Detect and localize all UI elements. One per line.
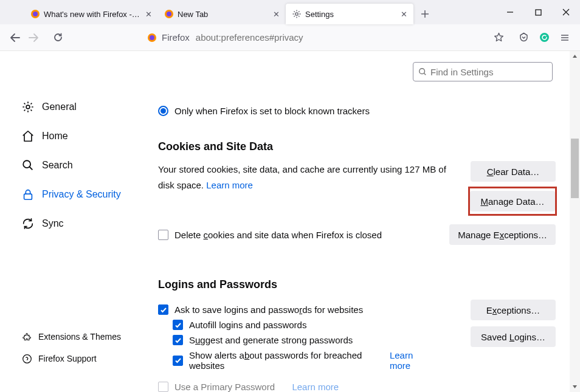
close-icon[interactable]: ✕ xyxy=(399,9,409,19)
nav-toolbar: Firefox about:preferences#privacy xyxy=(0,24,580,51)
delete-on-close-checkbox[interactable]: Delete cookies and site data when Firefo… xyxy=(158,230,382,240)
firefox-icon xyxy=(146,32,158,44)
sidebar-support[interactable]: Firefox Support xyxy=(21,349,146,368)
find-in-settings-input[interactable]: Find in Settings xyxy=(413,62,553,81)
home-icon xyxy=(21,129,35,143)
firefox-icon xyxy=(164,9,174,19)
puzzle-icon xyxy=(21,331,32,342)
sidebar-item-label: Privacy & Security xyxy=(42,189,121,200)
svg-point-8 xyxy=(540,33,549,42)
sidebar-item-home[interactable]: Home xyxy=(21,124,146,148)
svg-point-7 xyxy=(150,35,154,40)
tab-whatsnew[interactable]: What's new with Firefox - More ✕ xyxy=(24,4,158,24)
svg-point-4 xyxy=(295,13,298,15)
checkbox-checked-icon xyxy=(158,304,168,315)
svg-rect-11 xyxy=(24,194,32,199)
grammarly-icon[interactable] xyxy=(535,29,553,47)
close-icon[interactable]: ✕ xyxy=(271,9,281,19)
svg-point-9 xyxy=(26,105,30,109)
sync-icon xyxy=(21,217,35,230)
gear-icon xyxy=(21,100,35,114)
cookies-learn-more-link[interactable]: Learn more xyxy=(206,180,253,190)
url-product-label: Firefox xyxy=(162,32,190,43)
search-icon xyxy=(21,159,35,172)
app-menu-button[interactable] xyxy=(556,29,574,47)
checkbox-checked-icon xyxy=(173,320,183,330)
tab-label: New Tab xyxy=(178,10,268,19)
url-bar[interactable]: Firefox about:preferences#privacy xyxy=(146,28,303,47)
cookies-heading: Cookies and Site Data xyxy=(158,140,469,153)
checkbox-icon xyxy=(158,382,168,392)
tab-settings[interactable]: Settings ✕ xyxy=(286,4,413,24)
tab-strip: What's new with Firefox - More ✕ New Tab… xyxy=(24,4,434,24)
checkbox-icon xyxy=(158,230,168,240)
manage-data-button[interactable]: Manage Data… xyxy=(470,191,555,211)
primary-password-checkbox[interactable]: Use a Primary Password Learn more xyxy=(158,382,430,392)
tab-label: Settings xyxy=(305,10,395,19)
breach-learn-more-link[interactable]: Learn more xyxy=(390,350,430,371)
url-address: about:preferences#privacy xyxy=(196,32,303,43)
primary-learn-more-link[interactable]: Learn more xyxy=(292,382,339,392)
lock-icon xyxy=(21,188,35,201)
checkbox-checked-icon xyxy=(173,335,183,345)
clear-data-button[interactable]: Clear Data… xyxy=(471,161,556,182)
new-tab-button[interactable] xyxy=(416,5,434,23)
sidebar-item-sync[interactable]: Sync xyxy=(21,211,146,236)
svg-rect-5 xyxy=(536,10,541,15)
sidebar-item-privacy[interactable]: Privacy & Security xyxy=(21,182,146,207)
sidebar-item-label: Extensions & Themes xyxy=(38,332,121,342)
sidebar-item-label: Search xyxy=(42,160,73,171)
settings-main: Find in Settings Only when Firefox is se… xyxy=(146,51,580,392)
back-button[interactable] xyxy=(6,29,24,47)
pocket-icon[interactable] xyxy=(514,29,533,47)
sidebar-item-search[interactable]: Search xyxy=(21,153,146,177)
search-placeholder: Find in Settings xyxy=(430,67,493,77)
manage-exceptions-button[interactable]: Manage Exceptions… xyxy=(449,224,556,245)
radio-icon xyxy=(158,106,168,116)
maximize-button[interactable] xyxy=(524,0,552,24)
bookmark-star-icon[interactable] xyxy=(490,29,507,46)
help-icon xyxy=(21,353,32,364)
tracker-radio-row[interactable]: Only when Firefox is set to block known … xyxy=(158,106,556,116)
sidebar-item-label: Sync xyxy=(42,218,64,229)
content-area: General Home Search Privacy & Security S… xyxy=(0,51,580,392)
saved-logins-button[interactable]: Saved Logins… xyxy=(471,326,556,347)
svg-point-12 xyxy=(22,354,31,363)
firefox-icon xyxy=(30,9,40,19)
sidebar-item-label: Home xyxy=(42,131,68,142)
checkbox-checked-icon xyxy=(173,356,183,366)
close-window-button[interactable] xyxy=(552,0,580,24)
sidebar-item-label: General xyxy=(42,101,77,112)
ask-save-logins-checkbox[interactable]: Ask to save logins and passwords for web… xyxy=(158,304,430,315)
scroll-down-icon[interactable] xyxy=(570,382,580,392)
logins-heading: Logins and Passwords xyxy=(158,278,556,291)
window-controls xyxy=(496,0,580,24)
sidebar-extensions[interactable]: Extensions & Themes xyxy=(21,328,146,346)
scroll-thumb[interactable] xyxy=(571,139,579,198)
titlebar: What's new with Firefox - More ✕ New Tab… xyxy=(0,0,580,24)
breach-alerts-checkbox[interactable]: Show alerts about passwords for breached… xyxy=(173,350,430,371)
svg-point-3 xyxy=(167,12,171,16)
forward-button[interactable] xyxy=(24,29,43,47)
suggest-passwords-checkbox[interactable]: Suggest and generate strong passwords xyxy=(173,335,430,345)
cookies-description: Your stored cookies, site data, and cach… xyxy=(158,162,450,193)
tab-newtab[interactable]: New Tab ✕ xyxy=(158,4,286,24)
settings-sidebar: General Home Search Privacy & Security S… xyxy=(0,51,146,392)
minimize-button[interactable] xyxy=(496,0,524,24)
scroll-up-icon[interactable] xyxy=(570,51,580,61)
svg-point-1 xyxy=(33,12,38,16)
close-icon[interactable]: ✕ xyxy=(143,9,153,19)
autofill-checkbox[interactable]: Autofill logins and passwords xyxy=(173,320,430,330)
svg-point-10 xyxy=(23,160,30,168)
logins-exceptions-button[interactable]: Exceptions… xyxy=(471,300,556,320)
sidebar-item-label: Firefox Support xyxy=(38,354,97,363)
reload-button[interactable] xyxy=(49,29,67,47)
scrollbar[interactable] xyxy=(570,51,580,392)
sidebar-item-general[interactable]: General xyxy=(21,95,146,119)
tab-label: What's new with Firefox - More xyxy=(44,10,140,19)
gear-icon xyxy=(292,9,302,19)
radio-label: Only when Firefox is set to block known … xyxy=(174,106,370,116)
